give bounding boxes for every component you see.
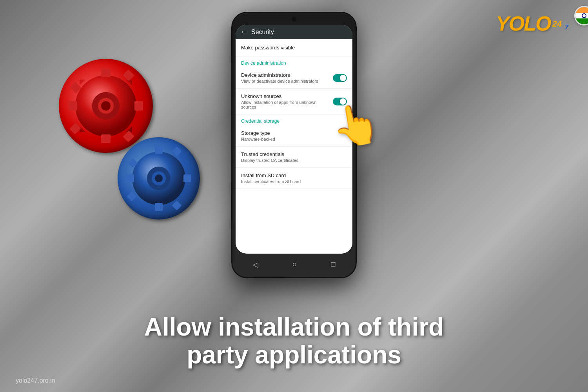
recents-nav-icon[interactable]: □ [331, 260, 335, 269]
unknown-sources-text: Unknown sources Allow installation of ap… [241, 93, 333, 109]
storage-type-text: Storage type Hardware-backed [241, 130, 347, 142]
trusted-credentials-subtitle: Display trusted CA certificates [241, 158, 347, 163]
svg-rect-4 [69, 101, 77, 111]
storage-type-title: Storage type [241, 130, 347, 136]
storage-type-subtitle: Hardware-backed [241, 137, 347, 142]
nav-bar: ◁ ○ □ [236, 256, 352, 273]
install-sd-item[interactable]: Install from SD card Install certificate… [236, 168, 352, 189]
svg-rect-3 [134, 101, 143, 111]
device-admins-title: Device administrators [241, 72, 333, 78]
svg-rect-15 [155, 203, 163, 211]
back-arrow-icon[interactable]: ← [240, 28, 247, 36]
svg-rect-17 [126, 174, 134, 182]
svg-rect-18 [172, 146, 181, 156]
install-sd-title: Install from SD card [241, 172, 347, 178]
install-sd-text: Install from SD card Install certificate… [241, 172, 347, 184]
unknown-sources-subtitle: Allow installation of apps from unknown … [241, 100, 333, 109]
gears-decoration [59, 59, 216, 235]
phone-mockup: ← Security Make passwords visible Device… [231, 12, 357, 278]
screen-header: ← Security [236, 25, 352, 39]
svg-point-12 [101, 101, 111, 111]
svg-rect-19 [127, 191, 136, 201]
trusted-credentials-title: Trusted credentials [241, 151, 347, 157]
headline-line1: Allow installation of third [144, 313, 444, 341]
device-admins-toggle[interactable] [333, 74, 347, 82]
device-admins-item[interactable]: Device administrators View or deactivate… [236, 67, 352, 89]
device-admins-text: Device administrators View or deactivate… [241, 72, 333, 83]
trusted-credentials-text: Trusted credentials Display trusted CA c… [241, 151, 347, 163]
blue-gear-icon [118, 137, 200, 220]
svg-point-24 [155, 174, 163, 182]
make-passwords-item[interactable]: Make passwords visible [236, 39, 352, 56]
svg-rect-5 [123, 69, 134, 81]
device-admin-section-header: Device administration [236, 56, 352, 67]
logo-247: 24 7 [552, 17, 568, 29]
headline-line2: party applications [187, 341, 401, 369]
svg-rect-14 [155, 146, 163, 154]
device-admins-subtitle: View or deactivate device administrators [241, 79, 333, 83]
hand-pointer-icon: 👆 [328, 98, 384, 152]
svg-rect-6 [69, 123, 81, 134]
logo-container: YOLO 24 7 [496, 12, 568, 35]
logo-text: YOLO [496, 12, 550, 35]
svg-rect-16 [183, 174, 191, 182]
unknown-sources-title: Unknown sources [241, 93, 333, 99]
install-sd-subtitle: Install certificates from SD card [241, 179, 347, 184]
back-nav-icon[interactable]: ◁ [253, 260, 258, 269]
make-passwords-label: Make passwords visible [241, 45, 295, 51]
svg-rect-2 [101, 134, 111, 143]
screen-title: Security [251, 29, 274, 36]
svg-rect-1 [101, 69, 111, 77]
footer-url: yolo247.pro.in [16, 377, 55, 384]
camera-dot [292, 17, 296, 22]
home-nav-icon[interactable]: ○ [292, 260, 297, 269]
headline-text: Allow installation of third party applic… [0, 313, 588, 368]
svg-rect-20 [172, 200, 181, 210]
